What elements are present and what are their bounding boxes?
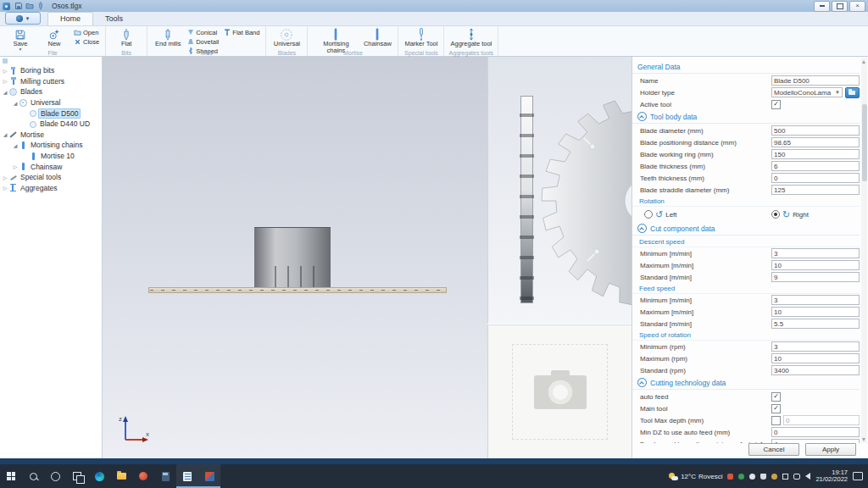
notification-center-icon[interactable] bbox=[853, 472, 863, 480]
checkbox[interactable] bbox=[771, 392, 781, 402]
checkbox[interactable] bbox=[771, 100, 781, 109]
field-input-blade-diameter-mm[interactable] bbox=[771, 125, 860, 136]
chainsaw-button[interactable]: Chainsaw bbox=[361, 27, 393, 48]
tree-item-chainsaw[interactable]: ▷Chainsaw bbox=[0, 161, 102, 172]
tree-item-blade-d500[interactable]: Blade D500 bbox=[0, 108, 102, 119]
field-input-maximum-m-min[interactable] bbox=[771, 260, 860, 270]
collapse-icon[interactable] bbox=[637, 378, 647, 387]
photo-placeholder[interactable] bbox=[487, 324, 632, 458]
save-button[interactable]: Save ▼ bbox=[4, 27, 36, 52]
field-input-minimum-m-min[interactable] bbox=[771, 295, 860, 305]
rotation-left-option[interactable]: ↺Left bbox=[644, 210, 771, 219]
section-header-cut-component-data[interactable]: Cut component data bbox=[632, 222, 860, 236]
tab-home[interactable]: Home bbox=[47, 12, 93, 25]
field-input-standard-m-min[interactable] bbox=[771, 319, 860, 329]
checkbox[interactable] bbox=[771, 404, 781, 413]
tree-item-mortise[interactable]: ◢Mortise bbox=[0, 130, 102, 141]
flat-band-button[interactable]: Flat Band bbox=[222, 28, 261, 36]
field-input-min-dz-to-use-auto-feed-mm[interactable] bbox=[771, 427, 860, 437]
field-input-blade-straddle-diameter-mm[interactable] bbox=[771, 185, 860, 195]
field-input-blade-positioning-distance-mm[interactable] bbox=[771, 137, 860, 147]
running-app-1-button[interactable] bbox=[176, 464, 198, 488]
field-input-minimum-m-min[interactable] bbox=[771, 248, 860, 258]
dovetail-button[interactable]: Dovetail bbox=[186, 37, 220, 46]
section-header-cutting-technology-data[interactable]: Cutting technology data bbox=[632, 376, 860, 390]
tree-item-boring-bits[interactable]: ▷Boring bits bbox=[0, 65, 102, 76]
collapse-icon[interactable] bbox=[637, 112, 647, 121]
field-input-maximum-rpm[interactable] bbox=[771, 353, 860, 363]
tree-item-mortising-chains[interactable]: ◢Mortising chains bbox=[0, 140, 102, 151]
tree-expander-icon[interactable]: ◢ bbox=[2, 131, 8, 137]
field-input-tool-max-depth-mm[interactable] bbox=[783, 415, 860, 425]
cancel-button[interactable]: Cancel bbox=[748, 443, 799, 456]
cortana-button[interactable] bbox=[44, 464, 66, 488]
open-button[interactable]: Open bbox=[72, 28, 101, 36]
marker-tool-button[interactable]: Marker Tool bbox=[403, 27, 439, 48]
field-input-standard-m-min[interactable] bbox=[771, 272, 860, 282]
collapse-icon[interactable] bbox=[637, 224, 647, 233]
pinned-app-2-button[interactable] bbox=[154, 464, 176, 488]
properties-scrollbar[interactable] bbox=[861, 58, 867, 443]
tree-expander-icon[interactable]: ◢ bbox=[2, 89, 8, 95]
field-input-blade-working-ring-mm[interactable] bbox=[771, 149, 860, 159]
section-header-general-data[interactable]: General Data bbox=[632, 60, 860, 74]
tree-item-blade-d440-ud[interactable]: Blade D440 UD bbox=[0, 119, 102, 130]
field-input-teeth-thickness-mm[interactable] bbox=[771, 173, 860, 183]
tray-icon-4[interactable] bbox=[760, 474, 766, 480]
end-mills-button[interactable]: End mills bbox=[152, 27, 184, 48]
conical-button[interactable]: Conical bbox=[186, 28, 220, 36]
radio-left[interactable] bbox=[644, 210, 653, 219]
volume-icon[interactable] bbox=[805, 473, 810, 480]
apply-button[interactable]: Apply bbox=[805, 443, 856, 456]
section-header-tool-body-data[interactable]: Tool body data bbox=[632, 110, 860, 124]
universal-blade-button[interactable]: Universal bbox=[270, 27, 303, 48]
file-explorer-button[interactable] bbox=[110, 464, 132, 488]
tree-item-mortise-10[interactable]: Mortise 10 bbox=[0, 151, 102, 162]
radio-right[interactable] bbox=[771, 210, 780, 219]
aggregate-tool-button[interactable]: Aggregate tool bbox=[448, 27, 493, 48]
taskbar-clock[interactable]: 19:17 21/02/2022 bbox=[815, 469, 848, 484]
tab-tools[interactable]: Tools bbox=[93, 13, 135, 25]
tree-item-universal[interactable]: ◢Universal bbox=[0, 97, 102, 108]
tree-item-milling-cutters[interactable]: ▷Milling cutters bbox=[0, 76, 102, 87]
field-input-minimum-rpm[interactable] bbox=[771, 341, 860, 352]
tree-filter-icon[interactable] bbox=[3, 58, 8, 64]
tree-item-special-tools[interactable]: ▷Special tools bbox=[0, 172, 102, 183]
scroll-down-icon[interactable] bbox=[862, 438, 865, 441]
scroll-up-icon[interactable] bbox=[862, 60, 865, 64]
qat-open-icon[interactable] bbox=[25, 2, 34, 11]
tray-icon-1[interactable] bbox=[727, 474, 733, 480]
browse-holder-button[interactable] bbox=[845, 87, 860, 98]
new-button[interactable]: New bbox=[38, 27, 70, 48]
edge-button[interactable] bbox=[88, 464, 110, 488]
tree-expander-icon[interactable]: ▷ bbox=[2, 185, 8, 191]
qat-tool-icon[interactable] bbox=[36, 2, 45, 11]
tree-expander-icon[interactable]: ◢ bbox=[12, 100, 19, 106]
running-app-2-button[interactable] bbox=[198, 464, 220, 488]
search-button[interactable] bbox=[22, 464, 44, 488]
close-file-button[interactable]: Close bbox=[72, 37, 101, 46]
tree-item-aggregates[interactable]: ▷Aggregates bbox=[0, 183, 102, 194]
field-input-blade-thickness-mm[interactable] bbox=[771, 161, 860, 171]
field-input-standard-rpm[interactable] bbox=[771, 365, 860, 375]
tray-icon-3[interactable] bbox=[749, 474, 755, 480]
tool-3d-view[interactable]: z x bbox=[103, 57, 487, 458]
weather-widget[interactable]: 12°C Rovesci bbox=[669, 473, 722, 480]
qat-save-icon[interactable] bbox=[14, 2, 23, 11]
minimize-button[interactable] bbox=[814, 1, 830, 12]
scrollbar-thumb[interactable] bbox=[862, 104, 867, 181]
tree-expander-icon[interactable]: ▷ bbox=[2, 68, 8, 74]
tree-expander-icon[interactable]: ◢ bbox=[12, 142, 19, 148]
checkbox[interactable] bbox=[771, 416, 781, 425]
tree-expander-icon[interactable]: ▷ bbox=[12, 164, 19, 169]
rotation-right-option[interactable]: ↻Right bbox=[771, 210, 860, 219]
field-input-maximum-m-min[interactable] bbox=[771, 307, 860, 317]
app-menu-button[interactable]: ▼ bbox=[5, 12, 41, 25]
tray-icon-2[interactable] bbox=[738, 474, 744, 480]
close-button[interactable]: × bbox=[849, 1, 865, 12]
pinned-app-1-button[interactable] bbox=[132, 464, 154, 488]
flat-bit-button[interactable]: Flat bbox=[110, 27, 142, 48]
task-view-button[interactable] bbox=[66, 464, 88, 488]
start-button[interactable] bbox=[0, 464, 22, 488]
tray-icon-5[interactable] bbox=[771, 474, 777, 480]
